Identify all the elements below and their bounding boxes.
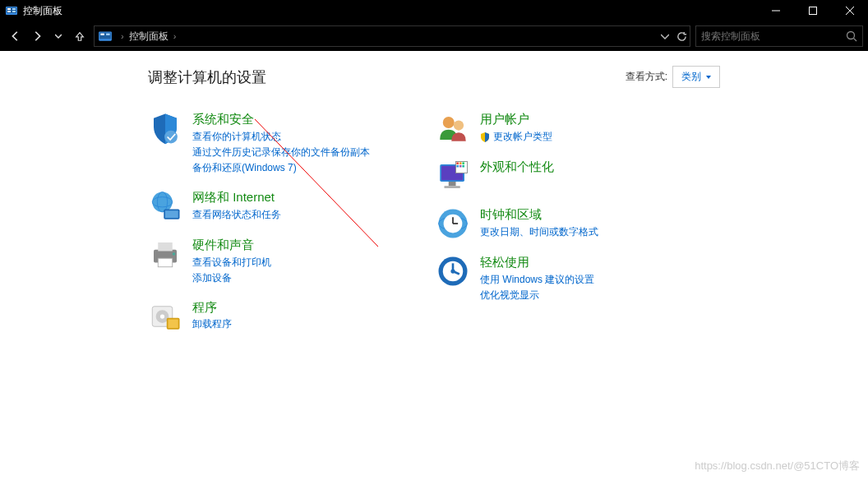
- view-by-dropdown[interactable]: 类别: [672, 66, 720, 88]
- svg-rect-3: [7, 11, 11, 12]
- svg-point-25: [173, 252, 176, 256]
- category-title-link[interactable]: 时钟和区域: [480, 206, 598, 223]
- svg-rect-30: [169, 319, 178, 328]
- svg-rect-40: [462, 162, 464, 164]
- svg-point-28: [160, 314, 164, 318]
- svg-rect-5: [12, 11, 16, 12]
- svg-rect-24: [158, 258, 173, 267]
- category-sublink[interactable]: 查看设备和打印机: [192, 255, 271, 270]
- minimize-button[interactable]: [757, 0, 794, 21]
- chevron-right-icon[interactable]: ›: [121, 31, 124, 41]
- svg-point-14: [847, 32, 855, 39]
- clock-icon: [436, 206, 470, 241]
- category-sublink[interactable]: 添加设备: [192, 270, 271, 286]
- users-icon: [436, 111, 470, 145]
- category-title-link[interactable]: 网络和 Internet: [192, 189, 281, 205]
- category-title-link[interactable]: 轻松使用: [480, 254, 594, 270]
- svg-rect-2: [7, 8, 11, 10]
- watermark: https://blog.csdn.net/@51CTO博客: [695, 459, 860, 473]
- svg-rect-36: [445, 186, 460, 188]
- category-programs: 程序 卸载程序: [148, 299, 403, 334]
- search-input[interactable]: [701, 30, 846, 42]
- svg-rect-23: [158, 242, 173, 252]
- category-title-link[interactable]: 用户帐户: [480, 111, 552, 127]
- category-title-link[interactable]: 硬件和声音: [192, 237, 271, 253]
- category-sublink[interactable]: 使用 Windows 建议的设置: [480, 272, 594, 288]
- printer-icon: [148, 237, 182, 271]
- category-ease-of-access: 轻松使用 使用 Windows 建议的设置 优化视觉显示: [436, 254, 690, 303]
- recent-dropdown-button[interactable]: [48, 25, 69, 48]
- svg-rect-12: [100, 34, 104, 35]
- window-title: 控制面板: [23, 4, 62, 18]
- nav-bar: › 控制面板 ›: [0, 21, 868, 51]
- category-appearance: 外观和个性化: [436, 159, 690, 193]
- back-button[interactable]: [5, 25, 26, 48]
- svg-rect-41: [456, 165, 459, 168]
- search-box[interactable]: [695, 25, 863, 47]
- address-dropdown-icon[interactable]: [657, 28, 673, 44]
- view-by-value: 类别: [681, 70, 701, 84]
- svg-point-17: [152, 192, 173, 213]
- svg-rect-4: [12, 8, 16, 10]
- svg-point-31: [443, 117, 455, 128]
- category-sublink[interactable]: 备份和还原(Windows 7): [192, 160, 370, 176]
- forward-button[interactable]: [26, 25, 48, 48]
- svg-rect-39: [459, 162, 462, 164]
- chevron-right-icon[interactable]: ›: [173, 31, 177, 41]
- svg-point-53: [450, 269, 455, 273]
- uac-shield-icon: [480, 132, 490, 141]
- ease-of-access-icon: [436, 254, 470, 288]
- view-by-label: 查看方式:: [626, 70, 667, 84]
- refresh-icon[interactable]: [673, 28, 690, 44]
- network-icon: [148, 189, 182, 224]
- category-sublink[interactable]: 通过文件历史记录保存你的文件备份副本: [192, 145, 370, 160]
- title-bar: 控制面板: [0, 0, 868, 21]
- svg-rect-21: [165, 210, 178, 218]
- category-title-link[interactable]: 外观和个性化: [480, 159, 554, 175]
- svg-rect-13: [106, 34, 110, 35]
- control-panel-icon: [98, 29, 113, 44]
- category-title-link[interactable]: 程序: [192, 299, 232, 316]
- category-sublink[interactable]: 优化视觉显示: [480, 288, 594, 303]
- svg-rect-42: [459, 165, 462, 168]
- category-sublink[interactable]: 更改日期、时间或数字格式: [480, 224, 598, 240]
- up-button[interactable]: [69, 25, 90, 48]
- svg-point-32: [454, 120, 464, 130]
- category-sublink[interactable]: 查看网络状态和任务: [192, 207, 281, 223]
- maximize-button[interactable]: [794, 0, 831, 21]
- svg-rect-35: [449, 182, 456, 186]
- chevron-down-icon: [706, 76, 711, 79]
- category-network: 网络和 Internet 查看网络状态和任务: [148, 189, 403, 224]
- category-hardware: 硬件和声音 查看设备和打印机 添加设备: [148, 237, 403, 286]
- address-bar[interactable]: › 控制面板 ›: [94, 25, 690, 47]
- shield-icon: [148, 111, 182, 145]
- category-sublink[interactable]: 卸载程序: [192, 316, 232, 332]
- category-title-link[interactable]: 系统和安全: [192, 111, 370, 127]
- category-system-security: 系统和安全 查看你的计算机状态 通过文件历史记录保存你的文件备份副本 备份和还原…: [148, 111, 403, 176]
- programs-icon: [148, 299, 182, 334]
- category-sublink[interactable]: 更改帐户类型: [480, 129, 552, 145]
- search-icon[interactable]: [846, 30, 857, 42]
- content-area: 调整计算机的设置 查看方式: 类别 系统和安全 查看你的计算机状态 通过文件历史…: [0, 51, 868, 480]
- close-button[interactable]: [831, 0, 868, 21]
- appearance-icon: [436, 159, 470, 193]
- svg-rect-38: [456, 162, 459, 164]
- svg-line-15: [854, 39, 857, 42]
- category-user-accounts: 用户帐户 更改帐户类型: [436, 111, 690, 145]
- page-title: 调整计算机的设置: [148, 67, 626, 87]
- svg-point-16: [164, 131, 178, 144]
- control-panel-icon: [5, 4, 18, 17]
- category-clock-region: 时钟和区域 更改日期、时间或数字格式: [436, 206, 690, 241]
- breadcrumb[interactable]: 控制面板: [129, 30, 169, 44]
- category-sublink[interactable]: 查看你的计算机状态: [192, 129, 370, 145]
- svg-rect-43: [462, 165, 464, 168]
- svg-rect-7: [809, 7, 816, 15]
